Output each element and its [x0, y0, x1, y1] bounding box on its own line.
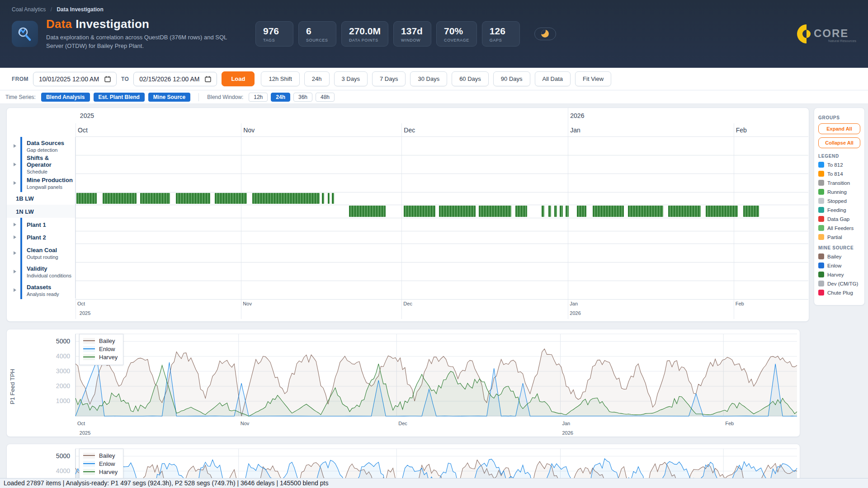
panel-run-segment[interactable]	[332, 193, 334, 204]
chart-legend-item-harvey[interactable]: Harvey	[83, 354, 118, 361]
expand-arrow-icon[interactable]	[14, 163, 16, 166]
p1-feed-chart[interactable]: P1 Feed TPH50004000300020001000OctNovDec…	[6, 329, 800, 437]
sidebar-row-shifts-operator[interactable]: Shifts & OperatorSchedule	[7, 155, 75, 174]
status-bar: Loaded 27897 items | Analysis-ready: P1 …	[0, 478, 868, 488]
series-pill-blend-analysis[interactable]: Blend Analysis	[41, 93, 90, 102]
panel-run-segment[interactable]	[140, 193, 170, 204]
expand-arrow-icon[interactable]	[14, 251, 16, 255]
expand-all-button[interactable]: Expand All	[818, 123, 860, 134]
timeline-panel: Data SourcesGap detectionShifts & Operat…	[6, 108, 809, 322]
chart-legend-item-bailey[interactable]: Bailey	[83, 338, 118, 344]
calendar-icon[interactable]	[104, 76, 111, 82]
timeline-row-separator	[75, 155, 808, 155]
sidebar-row-text: Shifts & OperatorSchedule	[27, 155, 75, 174]
stat-label: DATA POINTS	[349, 38, 381, 42]
calendar-icon[interactable]	[205, 76, 211, 82]
panel-run-segment[interactable]	[542, 206, 544, 217]
panel-run-segment[interactable]	[76, 193, 97, 204]
panel-run-segment[interactable]	[668, 206, 700, 217]
legend-label: Stopped	[827, 198, 847, 204]
range-button-60-days[interactable]: 60 Days	[452, 71, 489, 86]
color-swatch	[818, 171, 824, 177]
expand-arrow-icon[interactable]	[14, 270, 16, 273]
range-button-12h-shift[interactable]: 12h Shift	[261, 71, 299, 86]
expand-arrow-icon[interactable]	[14, 288, 16, 292]
panel-run-segment[interactable]	[566, 206, 568, 217]
groups-heading: GROUPS	[818, 115, 860, 120]
sidebar-row-mine-production[interactable]: Mine ProductionLongwall panels	[7, 174, 75, 192]
expand-arrow-icon[interactable]	[14, 235, 16, 239]
blend-window-24h[interactable]: 24h	[271, 93, 290, 102]
sidebar-row-text: DatasetsAnalysis ready	[27, 283, 59, 296]
sidebar-row-1n-lw[interactable]: 1N LW	[7, 205, 75, 218]
panel-run-segment[interactable]	[515, 206, 527, 217]
breadcrumb-root[interactable]: Coal Analytics	[12, 6, 46, 13]
sidebar-row-plant-2[interactable]: Plant 2	[7, 231, 75, 244]
expand-arrow-icon[interactable]	[14, 144, 16, 148]
chart-legend-item-enlow[interactable]: Enlow	[83, 460, 118, 467]
from-datetime-input[interactable]: 10/01/2025 12:00 AM	[33, 72, 117, 86]
collapse-all-button[interactable]: Collapse All	[818, 137, 860, 148]
range-button-fit-view[interactable]: Fit View	[575, 71, 611, 86]
color-swatch	[818, 263, 824, 268]
sidebar-row-validity[interactable]: ValidityIndividual conditions	[7, 262, 75, 281]
to-datetime-input[interactable]: 02/15/2026 12:00 AM	[133, 72, 217, 86]
timeline-plot[interactable]: 20252026OctNovDecJanFeb	[75, 108, 808, 321]
sidebar-row-datasets[interactable]: DatasetsAnalysis ready	[7, 281, 75, 299]
legend-item-partial: Partial	[818, 234, 860, 240]
range-button-all-data[interactable]: All Data	[535, 71, 571, 86]
blend-window-48h[interactable]: 48h	[316, 93, 335, 102]
timeline-axis-year: 2025	[80, 310, 90, 316]
panel-run-segment[interactable]	[322, 193, 324, 204]
panel-run-segment[interactable]	[548, 206, 551, 217]
panel-run-segment[interactable]	[404, 206, 435, 217]
mine-source-item-bailey: Bailey	[818, 253, 860, 259]
chart-legend-item-bailey[interactable]: Bailey	[83, 452, 118, 459]
panel-run-segment[interactable]	[743, 206, 760, 217]
series-pill-mine-source[interactable]: Mine Source	[148, 93, 190, 102]
range-button-24h[interactable]: 24h	[304, 71, 330, 86]
range-button-7-days[interactable]: 7 Days	[372, 71, 406, 86]
stat-chip-gaps: 126GAPS	[482, 21, 520, 47]
panel-run-segment[interactable]	[560, 206, 562, 217]
range-button-3-days[interactable]: 3 Days	[334, 71, 368, 86]
panel-run-segment[interactable]	[554, 206, 557, 217]
range-button-30-days[interactable]: 30 Days	[410, 71, 447, 86]
panel-run-segment[interactable]	[103, 193, 137, 204]
dark-mode-toggle[interactable]	[534, 28, 556, 40]
timeline-sidebar: Data SourcesGap detectionShifts & Operat…	[7, 137, 75, 298]
range-button-90-days[interactable]: 90 Days	[493, 71, 530, 86]
color-swatch	[818, 281, 824, 286]
panel-run-segment[interactable]	[176, 193, 210, 204]
legend-label: Dev (CM/TG)	[827, 281, 858, 286]
panel-run-segment[interactable]	[593, 206, 623, 217]
sidebar-row-1b-lw[interactable]: 1B LW	[7, 192, 75, 205]
chart-legend-item-enlow[interactable]: Enlow	[83, 346, 118, 352]
panel-run-segment[interactable]	[577, 206, 586, 217]
legend-series-name: Harvey	[99, 469, 118, 475]
sidebar-row-clean-coal[interactable]: Clean CoalOutput routing	[7, 244, 75, 262]
timeline-row-separator	[75, 231, 808, 231]
sidebar-row-data-sources[interactable]: Data SourcesGap detection	[7, 137, 75, 155]
blend-window-36h[interactable]: 36h	[293, 93, 312, 102]
expand-arrow-icon[interactable]	[14, 181, 16, 185]
panel-run-segment[interactable]	[479, 206, 512, 217]
legend-series-name: Harvey	[99, 354, 118, 361]
panel-run-segment[interactable]	[439, 206, 476, 217]
blend-window-12h[interactable]: 12h	[249, 93, 268, 102]
panel-run-segment[interactable]	[252, 193, 320, 204]
chart-legend-item-harvey[interactable]: Harvey	[83, 469, 118, 475]
sidebar-row-plant-1[interactable]: Plant 1	[7, 218, 75, 231]
panel-run-segment[interactable]	[215, 193, 247, 204]
legend-label: Chute Plug	[827, 290, 853, 296]
expand-arrow-icon[interactable]	[14, 223, 16, 226]
panel-run-segment[interactable]	[628, 206, 663, 217]
series-pill-est-plant-blend[interactable]: Est. Plant Blend	[94, 93, 145, 102]
timeline-gridline	[75, 123, 76, 319]
panel-run-segment[interactable]	[328, 193, 330, 204]
to-datetime-value: 02/15/2026 12:00 AM	[139, 75, 199, 83]
panel-run-segment[interactable]	[706, 206, 738, 217]
panel-run-segment[interactable]	[349, 206, 386, 217]
timeline-year-label: 2026	[570, 112, 584, 119]
load-button[interactable]: Load	[222, 71, 255, 86]
